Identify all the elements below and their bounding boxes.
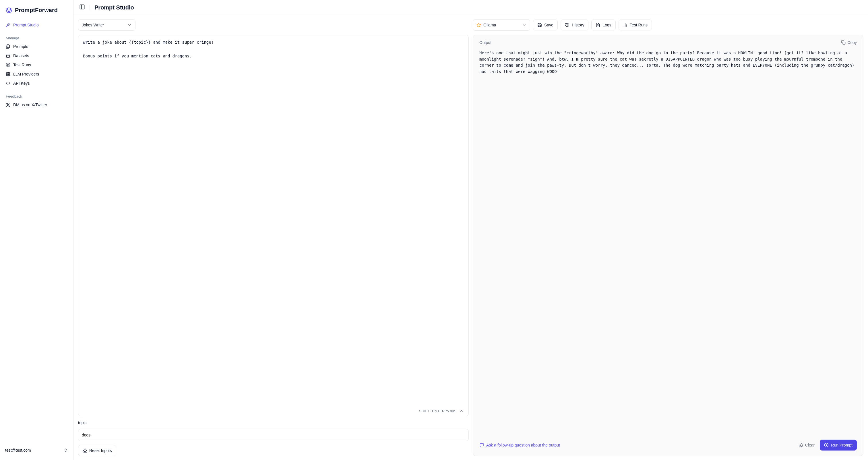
logs-button[interactable]: Logs — [591, 20, 615, 30]
panel-left-icon — [79, 4, 85, 10]
variable-input-topic[interactable] — [78, 429, 469, 441]
svg-marker-3 — [8, 64, 9, 65]
sidebar-item-label: DM us on X/Twitter — [13, 102, 47, 107]
prompt-select[interactable]: Jokes Writer — [78, 19, 135, 31]
sidebar-item-label: Test Runs — [13, 63, 31, 67]
eraser-icon — [82, 448, 87, 453]
svg-rect-1 — [6, 54, 10, 55]
sidebar-item-label: Prompt Studio — [13, 23, 39, 27]
reset-inputs-label: Reset Inputs — [89, 448, 112, 453]
sidebar: PromptForward Prompt Studio Manage Promp… — [0, 0, 73, 460]
panel-toggle-button[interactable] — [79, 4, 85, 11]
divider — [90, 5, 90, 10]
svg-marker-7 — [477, 23, 480, 27]
reset-inputs-button[interactable]: Reset Inputs — [78, 445, 116, 456]
provider-select-value: Ollama — [484, 23, 496, 27]
sidebar-item-prompts[interactable]: Prompts — [3, 42, 70, 51]
chevrons-up-down-icon — [63, 448, 68, 453]
test-runs-button[interactable]: Test Runs — [619, 20, 652, 30]
page-title: Prompt Studio — [94, 4, 134, 11]
copy-button[interactable]: Copy — [841, 40, 857, 45]
output-body: Here's one that might just win the "crin… — [479, 50, 857, 436]
svg-marker-0 — [6, 7, 11, 10]
x-logo-icon — [6, 102, 10, 107]
sidebar-item-prompt-studio[interactable]: Prompt Studio — [3, 20, 70, 30]
editor-hint: SHIFT+ENTER to run — [419, 409, 455, 413]
editor-column: Jokes Writer SHIFT+ENTER to run topic R — [78, 19, 469, 456]
sidebar-item-llm-providers[interactable]: LLM Providers — [3, 69, 70, 79]
sidebar-item-twitter[interactable]: DM us on X/Twitter — [3, 100, 70, 110]
variable-label-topic: topic — [78, 420, 469, 425]
archive-icon — [6, 53, 10, 58]
wand-icon — [6, 23, 10, 27]
copy-icon — [841, 40, 846, 45]
svg-rect-5 — [80, 5, 84, 9]
message-icon — [479, 443, 484, 448]
save-button[interactable]: Save — [533, 20, 558, 30]
play-circle-icon — [824, 443, 829, 448]
history-button[interactable]: History — [561, 20, 589, 30]
history-label: History — [572, 23, 584, 27]
eraser-icon — [799, 443, 803, 448]
right-toolbar: Ollama Save History Logs — [473, 19, 863, 31]
topbar: Prompt Studio — [73, 0, 868, 15]
main: Prompt Studio Jokes Writer SHIFT+ENTER t… — [73, 0, 868, 460]
sidebar-item-api-keys[interactable]: API Keys — [3, 79, 70, 88]
svg-point-15 — [825, 443, 828, 447]
save-label: Save — [544, 23, 553, 27]
nav-heading-feedback: Feedback — [3, 91, 70, 100]
editor-card: SHIFT+ENTER to run — [78, 35, 469, 416]
sidebar-item-label: Datasets — [13, 53, 29, 58]
prompt-select-value: Jokes Writer — [82, 23, 104, 27]
layers-icon — [6, 7, 12, 13]
history-icon — [565, 23, 569, 27]
svg-point-4 — [7, 73, 9, 75]
gear-icon — [6, 72, 10, 76]
code-icon — [6, 81, 10, 86]
prompt-editor[interactable] — [83, 39, 464, 406]
run-prompt-button[interactable]: Run Prompt — [820, 440, 857, 451]
play-circle-icon — [6, 63, 10, 67]
chevron-down-icon — [127, 23, 132, 27]
account-email: test@test.com — [5, 448, 31, 453]
chevron-up-icon[interactable] — [459, 408, 464, 413]
output-column: Ollama Save History Logs — [473, 19, 863, 456]
test-runs-label: Test Runs — [630, 23, 648, 27]
clear-label: Clear — [805, 443, 815, 448]
sidebar-item-label: API Keys — [13, 81, 30, 86]
output-heading: Output — [479, 40, 491, 45]
file-text-icon — [596, 23, 600, 27]
svg-rect-14 — [843, 42, 845, 44]
output-card: Output Copy Here's one that might just w… — [473, 35, 863, 456]
clear-button[interactable]: Clear — [799, 443, 815, 448]
svg-point-2 — [6, 63, 10, 67]
provider-select[interactable]: Ollama — [473, 19, 530, 31]
sidebar-item-label: LLM Providers — [13, 72, 39, 76]
save-icon — [537, 23, 542, 27]
run-prompt-label: Run Prompt — [831, 443, 852, 448]
copy-label: Copy — [847, 40, 857, 45]
brand: PromptForward — [0, 5, 73, 19]
followup-label: Ask a follow-up question about the outpu… — [486, 443, 560, 448]
brand-name: PromptForward — [15, 7, 58, 13]
sidebar-item-datasets[interactable]: Datasets — [3, 51, 70, 60]
workbench: Jokes Writer SHIFT+ENTER to run topic R — [73, 15, 868, 460]
logs-label: Logs — [602, 23, 611, 27]
account-switcher[interactable]: test@test.com — [0, 445, 73, 455]
svg-marker-16 — [826, 444, 827, 446]
editor-hint-row: SHIFT+ENTER to run — [83, 406, 464, 413]
nav-heading-manage: Manage — [3, 33, 70, 42]
followup-button[interactable]: Ask a follow-up question about the outpu… — [479, 443, 560, 448]
chevron-down-icon — [522, 23, 526, 27]
star-icon — [476, 23, 481, 27]
sidebar-item-test-runs[interactable]: Test Runs — [3, 60, 70, 69]
bar-chart-icon — [623, 23, 627, 27]
files-icon — [6, 44, 10, 49]
sidebar-item-label: Prompts — [13, 44, 28, 49]
